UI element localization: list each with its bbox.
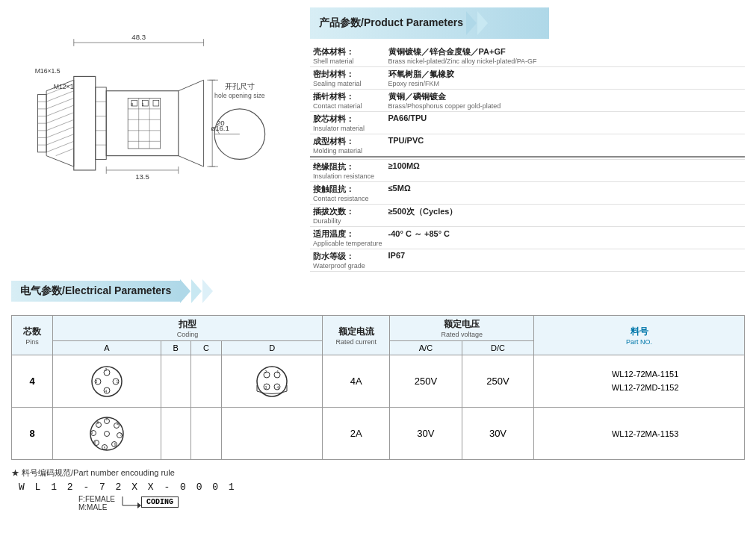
svg-text:2: 2 (265, 370, 267, 374)
svg-line-24 (46, 141, 74, 152)
svg-text:2: 2 (105, 367, 107, 372)
svg-line-22 (46, 127, 74, 137)
table-row: 8 2 (12, 408, 745, 460)
product-param-table: 壳体材料： Shell material 黄铜镀镍／锌合金度镍／PA+GF Br… (310, 45, 745, 272)
param-row-seal: 密封材料： Sealing material 环氧树脂／氟橡胶 Epoxy re… (310, 67, 745, 90)
svg-point-93 (104, 431, 109, 436)
coding-box: CODING (141, 496, 179, 508)
svg-line-21 (46, 119, 74, 130)
svg-text:3: 3 (265, 385, 267, 390)
electrical-data-table: 芯数 Pins 扣型 Coding 额定电流 Rated current 额定电… (11, 315, 745, 460)
svg-text:4: 4 (105, 389, 107, 393)
svg-text:开孔尺寸: 开孔尺寸 (225, 82, 255, 90)
spec-row-waterproof: 防水等级： Waterproof grade IP67 (310, 249, 745, 272)
cell-current-8: 2A (323, 408, 390, 460)
param-row-shell: 壳体材料： Shell material 黄铜镀镍／锌合金度镍／PA+GF Br… (310, 45, 745, 67)
main-container: 48.3 (0, 0, 756, 519)
spec-row-temperature: 适用温度： Applicable temperature -40° C ～ +8… (310, 227, 745, 249)
spec-row-durability: 插拔次数： Durability ≥500次（Cycles） (310, 205, 745, 227)
col-coding-b: B (161, 341, 190, 355)
cell-coding-c-8 (190, 408, 222, 460)
cell-partno-4: WL12-72MA-1151WL12-72MD-1152 (534, 355, 745, 408)
col-current: 额定电流 Rated current (323, 316, 390, 355)
svg-text:1: 1 (142, 102, 144, 107)
svg-text:13.5: 13.5 (135, 172, 149, 181)
svg-text:3: 3 (95, 379, 97, 384)
col-coding-c: C (190, 341, 222, 355)
cell-coding-a-4: 2 1 4 3 (53, 355, 161, 408)
svg-text:3: 3 (91, 431, 93, 435)
svg-text:M16×1.5: M16×1.5 (35, 67, 61, 75)
svg-line-18 (46, 98, 74, 108)
svg-line-45 (179, 80, 204, 90)
svg-line-14 (46, 156, 74, 166)
cell-coding-c-4 (190, 355, 222, 408)
svg-line-20 (46, 113, 74, 123)
cell-dc-4: 250V (462, 355, 534, 408)
cell-coding-a-8: 2 1 7 6 5 4 3 8 (53, 408, 161, 460)
cell-dc-8: 30V (462, 408, 534, 460)
technical-diagram: 48.3 (11, 22, 295, 231)
cell-partno-8: WL12-72MA-1153 (534, 408, 745, 460)
cell-coding-d-8 (222, 408, 323, 460)
svg-text:M12×1: M12×1 (54, 83, 74, 90)
svg-text:8: 8 (131, 102, 133, 107)
cell-current-4: 4A (323, 355, 390, 408)
table-header-row1: 芯数 Pins 扣型 Coding 额定电流 Rated current 额定电… (12, 316, 745, 341)
svg-text:1: 1 (116, 379, 118, 384)
svg-text:ø16.1: ø16.1 (211, 124, 229, 132)
cell-coding-b-8 (161, 408, 190, 460)
cell-pins-4: 4 (12, 355, 53, 408)
coding-rule: ★ 料号编码规范/Part number encouding rule W L … (11, 467, 745, 511)
svg-text:4: 4 (94, 441, 96, 445)
col-coding-d: D (222, 341, 323, 355)
col-coding-group: 扣型 Coding (53, 316, 323, 341)
svg-rect-27 (96, 87, 106, 160)
svg-text:1: 1 (277, 370, 279, 374)
param-row-molding: 成型材料： Molding material TPU/PVC (310, 134, 745, 158)
svg-text:4: 4 (277, 385, 279, 390)
param-row-contact: 插针材料： Contact material 黄铜／磷铜镀金 Brass/Pho… (310, 90, 745, 112)
svg-line-23 (46, 134, 74, 145)
electrical-section: 电气参数/Electrical Parameters (11, 279, 745, 309)
coding-rule-code: W L 1 2 - 7 2 X X - 0 0 0 1 (19, 482, 745, 493)
table-row: 4 2 1 4 3 (12, 355, 745, 408)
col-pins: 芯数 Pins (12, 316, 53, 355)
col-coding-a: A (53, 341, 161, 355)
svg-text:hole opening size: hole opening size (214, 92, 265, 99)
svg-rect-42 (153, 100, 159, 106)
param-row-insulator: 胶芯材料： Insulator material PA66/TPU (310, 112, 745, 134)
cell-ac-8: 30V (390, 408, 462, 460)
svg-text:48.3: 48.3 (131, 33, 146, 41)
col-partno: 料号 Part NO. (534, 316, 745, 355)
svg-line-17 (46, 91, 74, 102)
spec-row-contact-res: 接触阻抗： Contact resistance ≤5MΩ (310, 182, 745, 205)
top-section: 48.3 (11, 7, 745, 272)
product-params: 产品参数/Product Parameters 壳体材料： Shell mate… (310, 7, 745, 272)
col-dc: D/C (462, 341, 534, 355)
svg-text:8: 8 (97, 421, 99, 425)
cell-ac-4: 250V (390, 355, 462, 408)
coding-rule-title: ★ 料号编码规范/Part number encouding rule (11, 467, 745, 479)
arrow-icon (119, 495, 141, 508)
col-ac: A/C (390, 341, 462, 355)
col-voltage-group: 额定电压 Rated voltage (390, 316, 534, 341)
electrical-params-header: 电气参数/Electrical Parameters (20, 284, 171, 298)
product-params-header: 产品参数/Product Parameters (319, 16, 463, 30)
cell-coding-b-4 (161, 355, 190, 408)
cell-pins-8: 8 (12, 408, 53, 460)
svg-line-19 (46, 105, 74, 116)
svg-line-25 (56, 149, 74, 156)
diagram-area: 48.3 (11, 7, 295, 272)
svg-line-46 (179, 156, 204, 166)
svg-rect-26 (74, 76, 96, 170)
svg-point-75 (257, 367, 287, 396)
cell-coding-d-4: 2 1 3 4 (222, 355, 323, 408)
spec-row-insulation: 绝缘阻抗： Insulation resistance ≥100MΩ (310, 160, 745, 182)
